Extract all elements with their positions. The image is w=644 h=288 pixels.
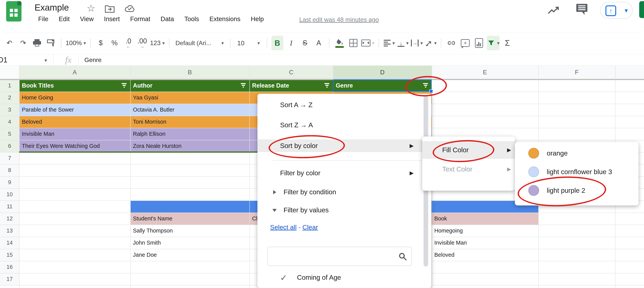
row-header-9[interactable]: 9: [0, 176, 19, 188]
row-header-16[interactable]: 16: [0, 261, 19, 273]
menu-divider: [272, 160, 424, 161]
menu-item-filter-by-condition[interactable]: Filter by condition: [258, 186, 431, 198]
row-header-7[interactable]: 7: [0, 152, 19, 164]
cell-A5[interactable]: Invisible Man: [19, 128, 130, 140]
menu-item-text-color: Text Color ▶: [422, 160, 515, 178]
filter-dropdown-menu: Sort A → Z Sort Z → A Sort by color ▶ Fi…: [258, 94, 431, 288]
filter-value-item[interactable]: ✓ Coming of Age: [258, 271, 431, 283]
row-header-2[interactable]: 2: [0, 92, 19, 104]
color-swatch-icon: [528, 166, 539, 177]
clear-link[interactable]: Clear: [302, 223, 318, 231]
column-header-E[interactable]: E: [432, 66, 538, 79]
row-header-8[interactable]: 8: [0, 164, 19, 176]
color-swatch-icon: [528, 148, 539, 159]
cell-B5[interactable]: Ralph Ellison: [130, 128, 250, 140]
row-header-3[interactable]: 3: [0, 104, 19, 116]
column-header-F[interactable]: F: [538, 66, 615, 79]
submenu-arrow-icon: ▶: [507, 166, 511, 172]
column-header-D[interactable]: D: [333, 66, 432, 79]
cell-C1[interactable]: Release Date: [250, 80, 333, 92]
cell-A6[interactable]: Their Eyes Were Watching God: [19, 140, 130, 152]
cell-B14[interactable]: John Smith: [130, 237, 250, 249]
header-filter-icon[interactable]: [324, 82, 330, 89]
select-all-link[interactable]: Select all: [270, 223, 296, 231]
menu-item-filter-by-color[interactable]: Filter by color ▶: [258, 167, 431, 179]
row-header-1[interactable]: 1: [0, 80, 19, 92]
collapsed-triangle-icon[interactable]: [273, 190, 276, 194]
row-header-15[interactable]: 15: [0, 249, 19, 261]
cell-E12[interactable]: Book: [432, 212, 538, 225]
row-header-13[interactable]: 13: [0, 225, 19, 237]
cell-A2[interactable]: Home Going: [19, 92, 130, 104]
submenu-arrow-icon: ▶: [410, 143, 414, 149]
column-header-G[interactable]: G: [615, 66, 644, 79]
cell-B13[interactable]: Sally Thompson: [130, 225, 250, 237]
cell-E13[interactable]: Homegoing: [432, 225, 538, 237]
row-header-17[interactable]: 17: [0, 273, 19, 285]
menu-item-sort-za[interactable]: Sort Z → A: [258, 119, 431, 131]
google-sheets-app: Example ☆ File Edit View Insert Format D…: [0, 0, 644, 288]
cell-B6[interactable]: Zora Neale Hurston: [130, 140, 250, 152]
expanded-triangle-icon[interactable]: [272, 209, 277, 212]
cell-A3[interactable]: Parable of the Sower: [19, 104, 130, 116]
cell-E14[interactable]: Invisible Man: [432, 237, 538, 249]
cell-B11[interactable]: [130, 200, 250, 212]
menu-item-filter-by-values[interactable]: Filter by values: [258, 204, 431, 216]
filter-values-links: Select all - Clear: [270, 223, 318, 231]
menu-item-sort-az[interactable]: Sort A → Z: [258, 99, 431, 111]
cell-B4[interactable]: Toni Morrison: [130, 116, 250, 128]
row-header-11[interactable]: 11: [0, 200, 19, 212]
filter-search-box: [268, 247, 412, 266]
cell-B3[interactable]: Octavia A. Butler: [130, 104, 250, 116]
cell-E15[interactable]: Beloved: [432, 249, 538, 261]
row-header-6[interactable]: 6: [0, 140, 19, 152]
row-header-10[interactable]: 10: [0, 188, 19, 200]
cell-A1[interactable]: Book Titles: [19, 80, 130, 92]
header-filter-icon[interactable]: [240, 82, 247, 89]
row-header-5[interactable]: 5: [0, 128, 19, 140]
column-header-B[interactable]: B: [130, 66, 250, 79]
color-option-orange[interactable]: orange: [515, 144, 638, 162]
cell-B15[interactable]: Jane Doe: [130, 249, 250, 261]
row-header-4[interactable]: 4: [0, 116, 19, 128]
column-header-A[interactable]: A: [19, 66, 130, 79]
cell-B12[interactable]: Student's Name: [130, 212, 250, 225]
cell-A4[interactable]: Beloved: [19, 116, 130, 128]
submenu-arrow-icon: ▶: [410, 170, 414, 176]
cell-B2[interactable]: Yaa Gyasi: [130, 92, 250, 104]
row-header-14[interactable]: 14: [0, 237, 19, 249]
header-filter-icon[interactable]: [121, 82, 128, 89]
filter-search-input[interactable]: [268, 247, 411, 265]
checkmark-icon: ✓: [280, 273, 287, 283]
submenu-arrow-icon: ▶: [507, 147, 511, 153]
column-header-C[interactable]: C: [250, 66, 333, 79]
row-header-12[interactable]: 12: [0, 212, 19, 225]
search-icon: [398, 252, 408, 261]
select-all-corner[interactable]: [0, 66, 19, 79]
cell-B1[interactable]: Author: [130, 80, 250, 92]
